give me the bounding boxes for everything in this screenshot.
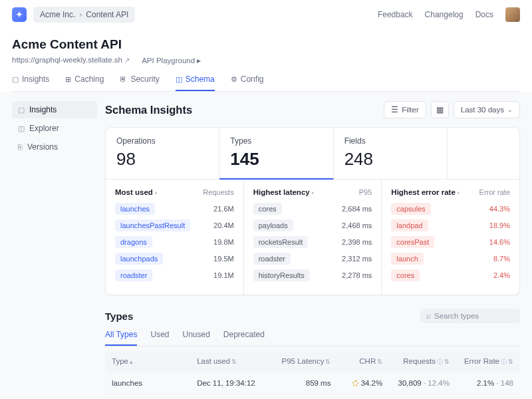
breadcrumb[interactable]: Acme Inc. › Content API bbox=[33, 7, 135, 23]
type-tab-deprecated[interactable]: Deprecated bbox=[223, 330, 265, 346]
col-error-rate[interactable]: Error Rateⓘ⇅ bbox=[450, 357, 513, 366]
list-most-used: Most used›Requestslaunches21.6MlaunchesP… bbox=[106, 180, 244, 295]
types-title: Types bbox=[105, 311, 133, 322]
list-item[interactable]: rocketsResult2,398 ms bbox=[253, 236, 372, 248]
search-icon: ⌕ bbox=[426, 312, 431, 320]
stat-fields[interactable]: Fields248 bbox=[334, 128, 448, 179]
list-item[interactable]: cores2,684 ms bbox=[253, 203, 372, 215]
list-item[interactable]: launch8.7% bbox=[391, 253, 510, 265]
col-chr[interactable]: CHR⇅ bbox=[331, 357, 382, 366]
api-playground-link[interactable]: API Playground ▸ bbox=[142, 56, 201, 65]
type-tab-all-types[interactable]: All Types bbox=[105, 330, 137, 346]
tab-icon: ⛨ bbox=[120, 75, 127, 83]
sidebar-item-insights[interactable]: ▢Insights bbox=[12, 101, 97, 118]
sidebar-item-versions[interactable]: ⎘Versions bbox=[12, 138, 97, 156]
filter-icon: ☰ bbox=[391, 105, 398, 114]
list-item[interactable]: cores2.4% bbox=[391, 269, 510, 281]
table-row[interactable]: launchesDec 11, 19:34:12859 ms34.2%30,80… bbox=[105, 372, 520, 394]
tab-icon: ⊞ bbox=[65, 75, 71, 84]
list-highest-latency: Highest latency›P95cores2,684 mspayloads… bbox=[244, 180, 382, 295]
docs-link[interactable]: Docs bbox=[475, 10, 493, 19]
calendar-icon: ▦ bbox=[436, 105, 444, 114]
breadcrumb-project: Content API bbox=[86, 10, 128, 19]
stat-types[interactable]: Types145 bbox=[219, 128, 333, 180]
col-type[interactable]: Type▴ bbox=[112, 357, 197, 366]
list-item[interactable]: coresPast14.6% bbox=[391, 236, 510, 248]
stat-operations[interactable]: Operations98 bbox=[106, 128, 219, 179]
table-header: Type▴ Last used⇅ P95 Latency⇅ CHR⇅ Reque… bbox=[105, 351, 520, 372]
tab-icon: ◫ bbox=[176, 75, 182, 84]
chevron-down-icon: ⌄ bbox=[507, 106, 513, 113]
col-requests[interactable]: Requestsⓘ⇅ bbox=[382, 357, 450, 366]
breadcrumb-org: Acme Inc. bbox=[40, 10, 75, 19]
list-item[interactable]: roadster2,312 ms bbox=[253, 253, 372, 265]
type-tab-used[interactable]: Used bbox=[150, 330, 169, 346]
list-item[interactable]: historyResults2,278 ms bbox=[253, 269, 372, 281]
search-input[interactable]: ⌕ Search types bbox=[420, 309, 520, 323]
table-row[interactable]: launchesPastResultDec 11, 19:12:55457 ms… bbox=[105, 394, 520, 399]
tab-icon: ⚙ bbox=[231, 75, 237, 84]
feedback-link[interactable]: Feedback bbox=[378, 10, 413, 19]
section-title: Schema Insights bbox=[105, 104, 192, 116]
list-item[interactable]: dragons19.8M bbox=[115, 236, 234, 248]
changelog-link[interactable]: Changelog bbox=[425, 10, 464, 19]
filter-button[interactable]: ☰Filter bbox=[384, 101, 426, 118]
sidebar-icon: ◫ bbox=[18, 124, 25, 133]
list-item[interactable]: roadster19.1M bbox=[115, 269, 234, 281]
tab-caching[interactable]: ⊞Caching bbox=[65, 74, 104, 91]
external-link-icon: ↗ bbox=[124, 57, 130, 64]
list-highest-error-rate: Highest error rate›Error ratecapsules44.… bbox=[382, 180, 519, 295]
list-item[interactable]: payloads2,468 ms bbox=[253, 219, 372, 231]
tab-config[interactable]: ⚙Config bbox=[231, 74, 264, 91]
col-p95[interactable]: P95 Latency⇅ bbox=[276, 357, 331, 366]
sidebar-icon: ▢ bbox=[18, 106, 25, 114]
list-item[interactable]: capsules44.3% bbox=[391, 203, 510, 215]
chevron-right-icon: › bbox=[79, 10, 82, 19]
date-icon-button[interactable]: ▦ bbox=[431, 101, 449, 118]
type-tab-unused[interactable]: Unused bbox=[182, 330, 209, 346]
avatar[interactable] bbox=[505, 7, 520, 22]
page-title: Acme Content API bbox=[12, 37, 520, 52]
search-placeholder: Search types bbox=[434, 312, 479, 320]
tab-insights[interactable]: ▢Insights bbox=[12, 74, 49, 91]
service-url[interactable]: https://graphql-weekly.stellate.sh ↗ bbox=[12, 56, 130, 65]
date-range-button[interactable]: Last 30 days⌄ bbox=[454, 101, 520, 118]
tab-security[interactable]: ⛨Security bbox=[120, 74, 159, 91]
tab-icon: ▢ bbox=[12, 75, 19, 84]
col-last-used[interactable]: Last used⇅ bbox=[197, 357, 276, 366]
list-item[interactable]: landpad18.9% bbox=[391, 219, 510, 231]
list-item[interactable]: launchpads19.5M bbox=[115, 253, 234, 265]
sidebar-icon: ⎘ bbox=[18, 143, 23, 151]
list-item[interactable]: launchesPastResult20.4M bbox=[115, 219, 234, 231]
sidebar-item-explorer[interactable]: ◫Explorer bbox=[12, 120, 97, 137]
tab-schema[interactable]: ◫Schema bbox=[176, 74, 215, 91]
app-logo[interactable]: ✦ bbox=[12, 7, 27, 22]
list-item[interactable]: launches21.6M bbox=[115, 203, 234, 215]
